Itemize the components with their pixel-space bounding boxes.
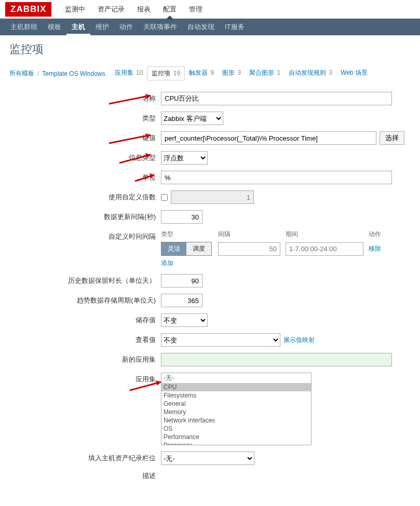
app-option-os[interactable]: OS xyxy=(161,425,311,433)
interval-head-interval: 间隔 xyxy=(218,230,286,239)
label-trend: 趋势数据存储周期(单位天) xyxy=(16,296,161,305)
seg-scheduling[interactable]: 调度 xyxy=(186,242,211,255)
interval-type-segment[interactable]: 灵活 调度 xyxy=(161,242,212,256)
select-key-button[interactable]: 选择 xyxy=(380,131,404,145)
bc-template-name[interactable]: Template OS Windows xyxy=(42,70,105,77)
label-applications: 应用集 xyxy=(16,373,161,384)
label-update-interval: 数据更新间隔(秒) xyxy=(16,212,161,222)
history-input[interactable] xyxy=(161,274,202,288)
seg-flexible[interactable]: 灵活 xyxy=(161,242,186,255)
label-new-application: 新的应用集 xyxy=(16,355,161,364)
interval-value-input[interactable] xyxy=(218,242,280,256)
label-show-value: 查看值 xyxy=(16,335,161,345)
interval-head-action: 动作 xyxy=(369,230,395,239)
multiplier-input xyxy=(171,190,254,204)
app-option-performance[interactable]: Performance xyxy=(161,433,311,441)
applications-listbox[interactable]: -无- CPU Filesystems General Memory Netwo… xyxy=(161,373,311,445)
update-interval-input[interactable] xyxy=(161,210,202,224)
label-name: 名称 xyxy=(16,94,161,103)
sub-discovery[interactable]: 自动发现 xyxy=(182,19,220,35)
show-value-select[interactable]: 不变 xyxy=(161,333,280,347)
label-store-value: 储存值 xyxy=(16,316,161,325)
label-description: 描述 xyxy=(16,471,161,481)
sub-itservices[interactable]: IT服务 xyxy=(220,19,250,35)
intervals-box: 类型 间隔 期间 动作 灵活 调度 移除 添加 xyxy=(161,230,395,268)
label-custom-multiplier: 使用自定义倍数 xyxy=(16,193,161,202)
unit-input[interactable] xyxy=(161,171,392,184)
label-custom-intervals: 自定义时间间隔 xyxy=(16,230,161,241)
interval-head-period: 期间 xyxy=(286,230,369,239)
app-option-cpu[interactable]: CPU xyxy=(161,383,311,391)
bc-tabs: 应用集 10 监控项 19 触发器 9 图形 3 聚合图形 1 自动发现规则 3… xyxy=(111,66,372,80)
sub-correlation[interactable]: 关联项事件 xyxy=(138,19,182,35)
bc-tab-graphs[interactable]: 图形 3 xyxy=(218,66,245,80)
app-option-memory[interactable]: Memory xyxy=(161,408,311,416)
nav-admin[interactable]: 管理 xyxy=(183,0,209,19)
sub-actions[interactable]: 动作 xyxy=(114,19,138,35)
sub-nav: 主机群组 模板 主机 维护 动作 关联项事件 自动发现 IT服务 xyxy=(0,19,420,35)
key-input[interactable] xyxy=(161,131,376,145)
app-option-network[interactable]: Network interfaces xyxy=(161,416,311,425)
sub-hostgroups[interactable]: 主机群组 xyxy=(5,19,43,35)
nav-inventory[interactable]: 资产记录 xyxy=(91,0,131,19)
interval-head-type: 类型 xyxy=(161,230,218,239)
inventory-select[interactable]: -无- xyxy=(161,452,254,465)
remove-interval-link[interactable]: 移除 xyxy=(369,245,381,252)
bc-tab-web[interactable]: Web 场景 xyxy=(336,66,372,80)
label-key: 键值 xyxy=(16,133,161,143)
bc-tab-triggers[interactable]: 触发器 9 xyxy=(185,66,218,80)
interval-period-input[interactable] xyxy=(286,242,363,256)
label-inventory: 填入主机资产纪录栏位 xyxy=(16,454,161,463)
page-title: 监控项 xyxy=(0,35,420,63)
label-type: 类型 xyxy=(16,114,161,123)
bc-all-templates[interactable]: 所有模板 xyxy=(9,69,34,78)
app-option-processes[interactable]: Processes xyxy=(161,441,311,445)
bc-tab-screens[interactable]: 聚合图形 1 xyxy=(245,66,284,80)
store-value-select[interactable]: 不变 xyxy=(161,313,208,327)
breadcrumb: 所有模板 / Template OS Windows 应用集 10 监控项 19… xyxy=(0,63,420,84)
app-option-none[interactable]: -无- xyxy=(161,373,311,383)
name-input[interactable] xyxy=(161,92,392,105)
logo: ZABBIX xyxy=(5,2,51,17)
nav-monitoring[interactable]: 监测中 xyxy=(59,0,91,19)
label-info-type: 信息类型 xyxy=(16,153,161,162)
bc-tab-items[interactable]: 监控项 19 xyxy=(147,66,185,80)
label-history: 历史数据保留时长（单位天） xyxy=(16,276,161,285)
sub-maintenance[interactable]: 维护 xyxy=(90,19,114,35)
add-interval-link[interactable]: 添加 xyxy=(161,259,173,267)
nav-reports[interactable]: 报表 xyxy=(131,0,157,19)
top-nav: ZABBIX 监测中 资产记录 报表 配置 管理 xyxy=(0,0,420,19)
sub-hosts[interactable]: 主机 xyxy=(66,19,90,35)
sub-templates[interactable]: 模板 xyxy=(43,19,66,35)
type-select[interactable]: Zabbix 客户端 xyxy=(161,112,223,125)
form: 名称 类型 Zabbix 客户端 键值 选择 信息类型 浮点数 单位 使用自定义… xyxy=(0,84,420,495)
app-option-general[interactable]: General xyxy=(161,400,311,408)
bc-tab-applications[interactable]: 应用集 10 xyxy=(111,66,147,80)
info-type-select[interactable]: 浮点数 xyxy=(161,151,208,165)
label-unit: 单位 xyxy=(16,173,161,182)
app-option-filesystems[interactable]: Filesystems xyxy=(161,391,311,400)
bc-tab-discovery-rules[interactable]: 自动发现规则 3 xyxy=(284,66,336,80)
nav-configuration[interactable]: 配置 xyxy=(157,0,183,19)
trend-input[interactable] xyxy=(161,294,202,307)
new-application-input[interactable] xyxy=(161,353,392,366)
show-value-mapping-link[interactable]: 展示值映射 xyxy=(283,336,315,345)
custom-multiplier-checkbox[interactable] xyxy=(161,194,168,201)
